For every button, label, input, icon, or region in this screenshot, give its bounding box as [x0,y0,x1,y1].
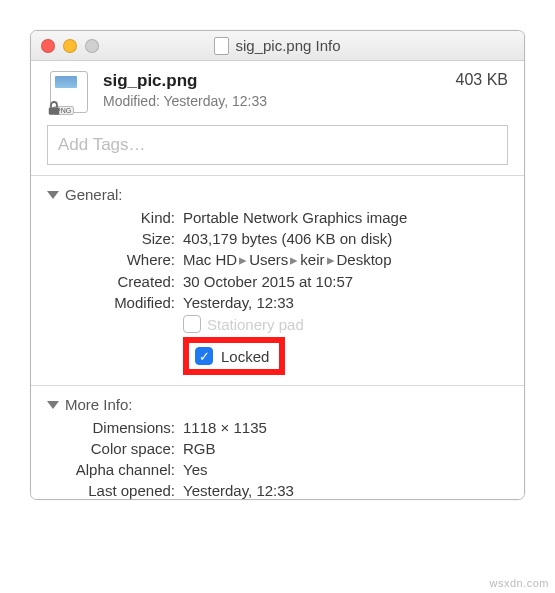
watermark: wsxdn.com [489,577,549,589]
lastopened-value: Yesterday, 12:33 [183,482,508,499]
size-label: Size: [47,230,175,247]
colorspace-value: RGB [183,440,508,457]
dimensions-label: Dimensions: [47,419,175,436]
window-title-text: sig_pic.png Info [235,37,340,54]
chevron-down-icon [47,401,59,409]
locked-row: ✓ Locked [183,337,508,375]
stationery-label: Stationery pad [207,316,304,333]
locked-highlight: ✓ Locked [183,337,285,375]
stationery-pad-row[interactable]: Stationery pad [183,315,508,333]
modified-label: Modified: [47,294,175,311]
file-meta: sig_pic.png Modified: Yesterday, 12:33 [103,71,267,109]
where-label: Where: [47,251,175,269]
window-content: PNG sig_pic.png Modified: Yesterday, 12:… [31,61,524,499]
kind-label: Kind: [47,209,175,226]
divider [31,175,524,176]
lastopened-label: Last opened: [47,482,175,499]
traffic-lights [41,39,99,53]
section-general-title: General: [65,186,123,203]
dimensions-value: 1118 × 1135 [183,419,508,436]
created-value: 30 October 2015 at 10:57 [183,273,508,290]
svg-rect-0 [49,107,60,115]
file-size: 403 KB [456,71,508,89]
alpha-label: Alpha channel: [47,461,175,478]
chevron-down-icon [47,191,59,199]
info-window: sig_pic.png Info PNG sig_pic.png Modifie… [30,30,525,500]
size-value: 403,179 bytes (406 KB on disk) [183,230,508,247]
section-moreinfo-title: More Info: [65,396,133,413]
lock-icon [45,99,63,117]
modified-value: Yesterday, 12:33 [183,294,508,311]
general-fields: Kind: Portable Network Graphics image Si… [47,209,508,375]
file-icon: PNG [47,71,91,115]
checkbox-checked-icon[interactable]: ✓ [195,347,213,365]
moreinfo-fields: Dimensions: 1118 × 1135 Color space: RGB… [47,419,508,499]
tags-input[interactable] [47,125,508,165]
file-name: sig_pic.png [103,71,267,91]
document-icon [214,37,229,55]
close-icon[interactable] [41,39,55,53]
alpha-value: Yes [183,461,508,478]
file-header: PNG sig_pic.png Modified: Yesterday, 12:… [47,71,508,115]
colorspace-label: Color space: [47,440,175,457]
checkbox-unchecked-icon[interactable] [183,315,201,333]
window-title: sig_pic.png Info [31,37,524,55]
zoom-icon [85,39,99,53]
titlebar[interactable]: sig_pic.png Info [31,31,524,61]
minimize-icon[interactable] [63,39,77,53]
locked-label: Locked [221,348,269,365]
section-moreinfo-header[interactable]: More Info: [47,396,508,413]
kind-value: Portable Network Graphics image [183,209,508,226]
file-modified: Modified: Yesterday, 12:33 [103,93,267,109]
divider [31,385,524,386]
created-label: Created: [47,273,175,290]
section-general-header[interactable]: General: [47,186,508,203]
where-value: Mac HD▸Users▸keir▸Desktop [183,251,508,269]
